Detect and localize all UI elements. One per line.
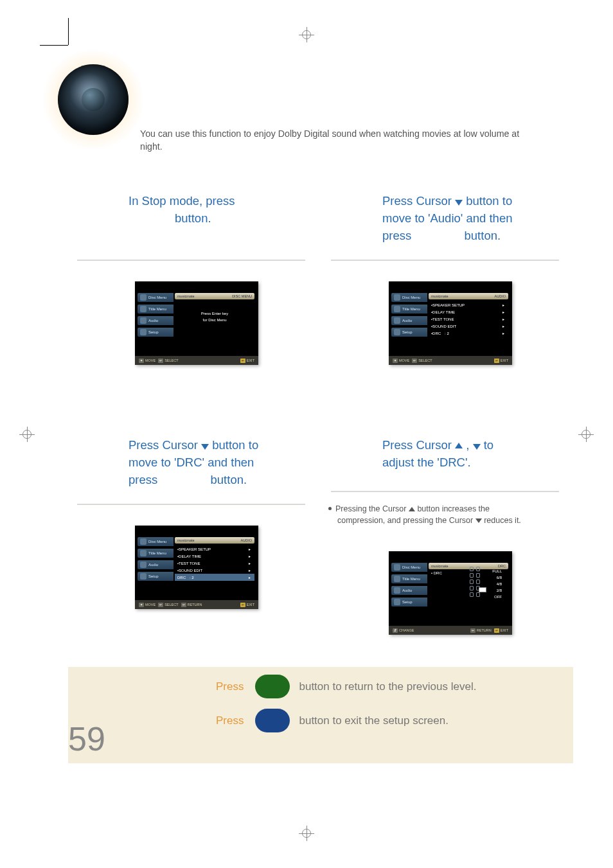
step-1-title: In Stop mode, press button.: [77, 193, 305, 245]
footer-text: button to exit the setup screen.: [299, 714, 448, 727]
crop-mark-bottom: [299, 826, 314, 841]
step-2-title: Press Cursor button to move to 'Audio' a…: [331, 193, 559, 245]
crop-mark-top: [299, 27, 314, 42]
speaker-graphic: [42, 48, 148, 157]
footer-lead: Press: [216, 714, 244, 727]
step-2: Press Cursor button to move to 'Audio' a…: [331, 193, 559, 411]
cursor-down-icon: [475, 518, 482, 523]
step-1-line1: In Stop mode, press: [129, 194, 235, 208]
preview-footer: ✦MOVE ↵SELECT ↵EXIT: [135, 356, 258, 365]
crop-mark-left: [19, 427, 35, 442]
step-4-title: Press Cursor , to adjust the 'DRC'.: [331, 437, 559, 475]
cursor-down-icon: [473, 444, 481, 450]
cursor-down-icon: [201, 444, 209, 450]
footer-text: button to return to the previous level.: [299, 680, 476, 693]
footer-row-return: Press button to return to the previous l…: [216, 675, 573, 698]
divider: [77, 260, 305, 261]
step-4-preview: Disc Menu Title Menu Audio Setup musicma…: [389, 551, 512, 635]
divider: [77, 504, 305, 505]
cursor-up-icon: [409, 507, 415, 511]
return-button-icon: [255, 675, 290, 698]
cursor-down-icon: [455, 200, 463, 206]
footer-band: Press button to return to the previous l…: [68, 667, 573, 763]
drc-scale: FULL 6/8 4/8 2/8 OFF: [450, 568, 502, 600]
preview-text: for Disc Menu: [175, 317, 254, 324]
sidebar-item: Disc Menu: [138, 293, 173, 302]
step-4: Press Cursor , to adjust the 'DRC'. Pres…: [331, 437, 559, 655]
crop-mark-right: [578, 427, 594, 442]
footer-row-exit: Press button to exit the setup screen.: [216, 709, 573, 732]
sidebar-item: Setup: [138, 328, 173, 337]
preview-text: Press Enter key: [175, 311, 254, 317]
footer-lead: Press: [216, 680, 244, 693]
step-2-preview: Disc Menu Title Menu Audio Setup musicma…: [389, 281, 512, 365]
steps-grid: In Stop mode, press button. Disc Menu Ti…: [77, 193, 559, 655]
step-1: In Stop mode, press button. Disc Menu Ti…: [77, 193, 305, 411]
exit-button-icon: [255, 709, 290, 732]
page-number: 59: [68, 720, 105, 758]
sidebar-item: Audio: [138, 316, 173, 325]
step-3-title: Press Cursor button to move to 'DRC' and…: [77, 437, 305, 490]
sidebar-item: Title Menu: [138, 305, 173, 314]
step-3: Press Cursor button to move to 'DRC' and…: [77, 437, 305, 655]
step-4-note: Pressing the Cursor button increases the…: [322, 504, 566, 526]
trim-line-h: [40, 45, 68, 46]
step-1-line2: button.: [175, 211, 211, 225]
step-1-preview: Disc Menu Title Menu Audio Setup musicma…: [135, 281, 258, 365]
step-3-preview: Disc Menu Title Menu Audio Setup musicma…: [135, 526, 258, 609]
divider: [331, 491, 559, 492]
trim-line-v: [68, 18, 69, 45]
intro-text: You can use this function to enjoy Dolby…: [140, 128, 538, 154]
preview-header: musicmate DISC MENU: [175, 293, 254, 299]
divider: [331, 260, 559, 261]
cursor-up-icon: [455, 443, 463, 448]
